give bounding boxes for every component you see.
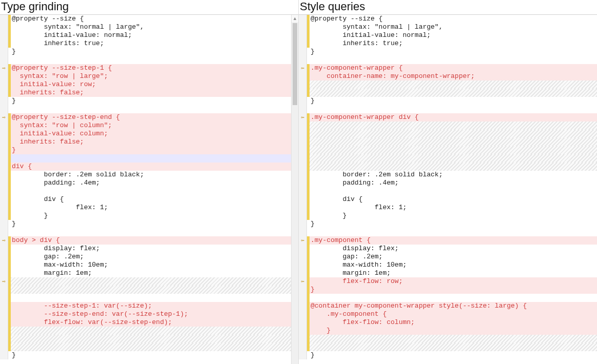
code-content[interactable]: } (310, 351, 597, 359)
code-content[interactable] (310, 163, 597, 171)
gutter[interactable] (299, 15, 307, 23)
gutter[interactable] (299, 39, 307, 48)
code-line[interactable]: } (299, 48, 597, 56)
right-code[interactable]: @property --size { syntax: "normal | lar… (299, 15, 597, 359)
code-content[interactable]: --size-step-1: var(--size); (11, 302, 298, 310)
code-line[interactable]: --size-step-end: var(--size-step-1); (0, 310, 298, 318)
gutter[interactable] (299, 269, 307, 277)
code-line[interactable] (299, 343, 597, 351)
code-line[interactable]: inherits: true; (299, 39, 597, 48)
code-line[interactable]: ⇨@property --size-step-end { (0, 113, 298, 122)
gutter[interactable] (299, 154, 307, 163)
code-content[interactable]: } (310, 286, 597, 294)
code-content[interactable]: syntax: "normal | large", (11, 23, 298, 31)
gutter[interactable] (0, 335, 8, 343)
code-line[interactable]: .my-component { (299, 310, 597, 318)
code-content[interactable]: max-width: 10em; (11, 261, 298, 269)
gutter[interactable] (299, 72, 307, 80)
code-line[interactable]: flex: 1; (299, 204, 597, 212)
code-line[interactable]: } (0, 48, 298, 56)
code-line[interactable] (0, 343, 298, 351)
code-content[interactable]: .my-component { (310, 236, 597, 245)
gutter[interactable] (0, 105, 8, 113)
gutter[interactable] (0, 80, 8, 89)
code-line[interactable] (299, 163, 597, 171)
gutter[interactable] (0, 253, 8, 261)
code-content[interactable]: inherits: false; (11, 89, 298, 97)
gutter[interactable] (299, 138, 307, 146)
code-line[interactable] (299, 294, 597, 302)
code-line[interactable]: flex: 1; (0, 204, 298, 212)
gutter[interactable] (299, 105, 307, 113)
gutter[interactable] (299, 130, 307, 138)
code-content[interactable] (11, 187, 298, 195)
code-line[interactable]: @container my-component-wrapper style(--… (299, 302, 597, 310)
gutter[interactable] (299, 56, 307, 64)
code-line[interactable] (0, 327, 298, 335)
code-line[interactable]: margin: 1em; (299, 269, 597, 277)
code-line[interactable] (299, 154, 597, 163)
gutter[interactable] (299, 335, 307, 343)
code-line[interactable]: } (0, 351, 298, 359)
code-line[interactable]: padding: .4em; (299, 179, 597, 187)
code-line[interactable]: ⇨ (0, 277, 298, 286)
code-content[interactable] (310, 130, 597, 138)
code-line[interactable]: } (299, 212, 597, 220)
code-line[interactable]: inherits: true; (0, 39, 298, 48)
code-line[interactable]: @property --size { (0, 15, 298, 23)
gutter[interactable] (0, 171, 8, 179)
gutter[interactable] (299, 261, 307, 269)
code-content[interactable]: } (310, 48, 597, 56)
code-line[interactable]: } (299, 286, 597, 294)
code-line[interactable]: div { (0, 163, 298, 171)
code-content[interactable]: } (310, 97, 597, 105)
code-content[interactable]: @property --size-step-1 { (11, 64, 298, 72)
gutter[interactable] (0, 97, 8, 105)
code-content[interactable]: flex: 1; (310, 204, 597, 212)
code-line[interactable]: } (299, 220, 597, 228)
code-line[interactable] (299, 146, 597, 154)
code-content[interactable]: flex-flow: row; (310, 277, 597, 286)
code-line[interactable]: syntax: "normal | large", (0, 23, 298, 31)
gutter[interactable] (0, 204, 8, 212)
code-content[interactable]: padding: .4em; (11, 179, 298, 187)
gutter[interactable]: ⇨ (0, 277, 8, 286)
code-content[interactable]: } (11, 48, 298, 56)
code-line[interactable]: border: .2em solid black; (299, 171, 597, 179)
code-content[interactable] (11, 105, 298, 113)
gutter[interactable]: ⇨ (0, 64, 8, 72)
code-line[interactable]: display: flex; (0, 245, 298, 253)
gutter[interactable] (0, 72, 8, 80)
gutter[interactable] (0, 48, 8, 56)
code-content[interactable]: flex-flow: column; (310, 318, 597, 327)
gutter[interactable] (299, 48, 307, 56)
gutter[interactable] (299, 89, 307, 97)
code-content[interactable]: } (310, 212, 597, 220)
gutter[interactable] (0, 179, 8, 187)
left-code-container[interactable]: @property --size { syntax: "normal | lar… (0, 14, 298, 364)
code-line[interactable] (299, 80, 597, 89)
code-content[interactable]: @container my-component-wrapper style(--… (310, 302, 597, 310)
code-line[interactable]: } (0, 212, 298, 220)
code-content[interactable] (11, 277, 298, 286)
code-line[interactable]: --size-step-1: var(--size); (0, 302, 298, 310)
code-content[interactable] (11, 335, 298, 343)
code-line[interactable]: ⇨@property --size-step-1 { (0, 64, 298, 72)
code-line[interactable]: ⇦.my-component-wrapper div { (299, 113, 597, 122)
code-line[interactable]: } (0, 97, 298, 105)
code-line[interactable] (0, 335, 298, 343)
gutter[interactable] (299, 23, 307, 31)
code-line[interactable]: inherits: false; (0, 138, 298, 146)
code-content[interactable] (11, 56, 298, 64)
gutter[interactable] (299, 310, 307, 318)
code-line[interactable]: } (299, 351, 597, 359)
gutter[interactable] (299, 97, 307, 105)
code-content[interactable]: margin: 1em; (11, 269, 298, 277)
code-content[interactable]: max-width: 10em; (310, 261, 597, 269)
gutter[interactable] (0, 122, 8, 130)
code-content[interactable]: div { (11, 163, 298, 171)
right-code-container[interactable]: @property --size { syntax: "normal | lar… (299, 14, 597, 364)
gutter[interactable] (0, 39, 8, 48)
gutter[interactable] (299, 171, 307, 179)
gutter[interactable] (0, 261, 8, 269)
